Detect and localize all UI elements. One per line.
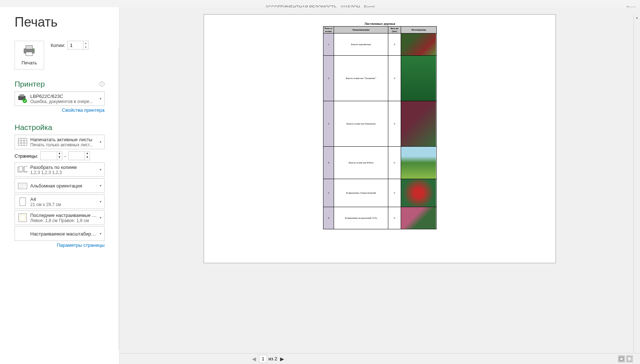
current-page-input[interactable] — [259, 355, 267, 363]
copies-spinner[interactable]: ▲ ▼ — [67, 41, 89, 50]
svg-rect-24 — [620, 357, 623, 360]
table-row: 5Боярышник обыкновенный0 — [323, 179, 436, 207]
table-row: 2Береза повислая "Грацилис"0 — [323, 56, 436, 101]
chevron-down-icon: ▼ — [99, 168, 102, 171]
titlebar: АССОРТИМЕНТНАЯ ВЕДОМОСТЬ - ШАБЛОН - Exce… — [0, 0, 640, 7]
chevron-down-icon: ▼ — [99, 200, 102, 203]
svg-rect-5 — [20, 94, 24, 96]
sheets-icon — [17, 136, 28, 147]
pages-label: Страницы: — [15, 153, 38, 159]
table-row: 4Береза повислая Юнги0 — [323, 147, 436, 179]
prev-page-button[interactable]: ◀ — [251, 356, 258, 362]
svg-rect-20 — [20, 198, 25, 206]
page-icon — [17, 196, 28, 207]
plant-photo — [401, 179, 436, 207]
settings-heading: Настройка — [15, 123, 52, 132]
print-button[interactable]: Печать — [15, 41, 44, 70]
page-title: Печать — [15, 15, 105, 30]
table-row: 3Береза повислая Пурпурея0 — [323, 101, 436, 147]
margins-icon — [17, 212, 28, 223]
plant-photo — [401, 147, 436, 179]
chevron-down-icon: ▼ — [99, 216, 102, 219]
svg-rect-1 — [26, 46, 32, 49]
svg-rect-7 — [18, 138, 27, 146]
chevron-down-icon: ▼ — [99, 184, 102, 187]
svg-rect-2 — [26, 52, 32, 56]
printer-heading: Принтер — [15, 80, 45, 88]
collate-selector[interactable]: Разобрать по копиям 1,2,3 1,2,3 1,2,3 ▼ — [15, 162, 105, 177]
plant-photo — [401, 101, 436, 146]
svg-rect-21 — [19, 214, 27, 222]
collate-icon — [17, 164, 28, 175]
print-settings-panel: Печать Печать Копии: ▲ ▼ Принтер i — [0, 7, 119, 364]
landscape-icon — [17, 180, 28, 191]
svg-rect-15 — [24, 166, 28, 171]
pages-from[interactable]: ▲▼ — [40, 151, 62, 160]
pages-to[interactable]: ▲▼ — [68, 151, 90, 160]
print-preview-area: Лиственные деревья №по п/плану Наименова… — [119, 7, 640, 364]
preview-footer: ◀ из 2 ▶ — [119, 353, 640, 364]
table-row: 1Береза карликовая0 — [323, 33, 436, 56]
scroll-up-icon[interactable]: ▲ — [634, 15, 640, 21]
printer-icon — [22, 45, 36, 56]
svg-point-3 — [33, 50, 34, 51]
print-button-label: Печать — [21, 60, 37, 66]
printer-name: LBP622C/623C — [30, 94, 98, 99]
page-navigator: ◀ из 2 ▶ — [251, 355, 286, 363]
page-setup-link[interactable]: Параметры страницы — [15, 242, 105, 248]
svg-rect-13 — [19, 166, 23, 171]
printer-selector[interactable]: LBP622C/623C Ошибка, документов в очере.… — [15, 91, 105, 106]
orientation-selector[interactable]: Альбомная ориентация ▼ — [15, 178, 105, 193]
chevron-down-icon: ▼ — [99, 141, 102, 144]
printer-properties-link[interactable]: Свойства принтера — [15, 107, 105, 113]
printer-status-icon — [17, 93, 28, 104]
copies-up[interactable]: ▲ — [83, 41, 88, 45]
svg-rect-25 — [628, 357, 631, 361]
page-total: из 2 — [268, 356, 277, 361]
chevron-down-icon: ▼ — [99, 232, 102, 236]
margins-selector[interactable]: Последние настраиваемые п... Левое: 1,8 … — [15, 210, 105, 225]
table-row: 6Боярышник морденский Тоба0 — [323, 207, 436, 229]
copies-input[interactable] — [68, 41, 83, 49]
scaling-selector[interactable]: Настраиваемое масштабиро... ▼ — [15, 226, 105, 241]
printer-status: Ошибка, документов в очере... — [30, 99, 98, 104]
preview-page: Лиственные деревья №по п/плану Наименова… — [204, 15, 555, 263]
paper-size-selector[interactable]: A4 21 см x 29,7 см ▼ — [15, 194, 105, 209]
printer-info-icon[interactable]: i — [99, 82, 105, 87]
copies-down[interactable]: ▼ — [83, 45, 88, 49]
zoom-to-page-button[interactable] — [626, 356, 633, 362]
next-page-button[interactable]: ▶ — [279, 356, 286, 362]
copies-label: Копии: — [51, 43, 65, 48]
plant-photo — [401, 56, 436, 101]
plant-photo — [401, 33, 436, 55]
print-what-selector[interactable]: Напечатать активные листы Печать только … — [15, 135, 105, 149]
show-margins-button[interactable] — [618, 356, 625, 362]
chevron-down-icon: ▼ — [99, 97, 102, 100]
preview-vertical-scrollbar[interactable]: ▲ — [633, 15, 640, 353]
document-table: Лиственные деревья №по п/плану Наименова… — [323, 22, 437, 229]
plant-photo — [401, 207, 436, 229]
